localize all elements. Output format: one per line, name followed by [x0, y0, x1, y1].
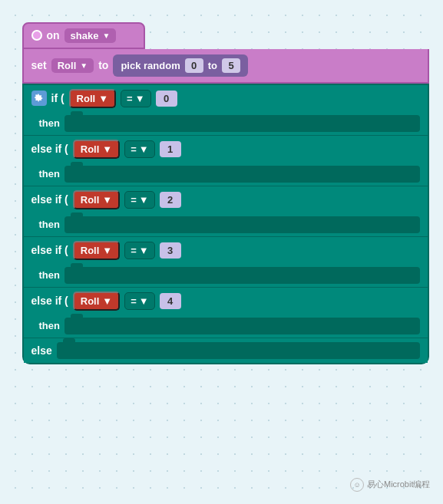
- watermark-icon-char: ☺: [353, 481, 360, 489]
- var-arrow: ▼: [80, 61, 88, 70]
- circle-icon: [31, 30, 42, 41]
- then-label-2: then: [39, 219, 60, 230]
- eq-dropdown-4[interactable]: = ▼: [124, 292, 154, 310]
- to-value[interactable]: 5: [222, 58, 240, 73]
- if-label-0: if (: [51, 92, 64, 104]
- watermark: ☺ 易心Microbit编程: [350, 478, 431, 492]
- on-shake-block[interactable]: on shake ▼: [22, 22, 145, 49]
- else-slot: [57, 342, 420, 359]
- eq-dropdown-0[interactable]: = ▼: [121, 90, 150, 107]
- roll-dropdown-0[interactable]: Roll ▼: [69, 89, 116, 108]
- else-if-row-2: else if ( Roll ▼ = ▼ 2: [24, 186, 428, 213]
- shake-dropdown[interactable]: shake ▼: [64, 28, 117, 43]
- else-if-label-1: else if (: [31, 143, 68, 155]
- roll-dropdown-4[interactable]: Roll ▼: [73, 292, 120, 311]
- set-roll-block: set Roll ▼ to pick random 0 to 5: [22, 49, 429, 84]
- shake-label: shake: [71, 30, 99, 41]
- roll-dropdown-1[interactable]: Roll ▼: [73, 140, 120, 159]
- then-row-4: then: [24, 315, 428, 338]
- cond-value-4[interactable]: 4: [160, 293, 181, 309]
- then-row-3: then: [24, 264, 428, 287]
- then-row-2: then: [24, 213, 428, 236]
- cond-value-1[interactable]: 1: [160, 141, 181, 157]
- else-if-row-1: else if ( Roll ▼ = ▼ 1: [24, 135, 428, 163]
- shake-arrow: ▼: [102, 31, 110, 40]
- then-label-0: then: [39, 117, 60, 129]
- blocks-container: on shake ▼ set Roll ▼ to pick random 0 t…: [22, 22, 429, 364]
- then-label-1: then: [39, 168, 60, 180]
- then-row-0: then: [24, 112, 428, 135]
- set-label: set: [31, 59, 47, 71]
- eq-dropdown-1[interactable]: = ▼: [124, 140, 154, 158]
- roll-dropdown-3[interactable]: Roll ▼: [73, 241, 120, 260]
- then-slot-0: [64, 115, 420, 132]
- else-row: else: [24, 338, 428, 363]
- canvas: on shake ▼ set Roll ▼ to pick random 0 t…: [7, 7, 437, 498]
- else-if-row-3: else if ( Roll ▼ = ▼ 3: [24, 236, 428, 264]
- roll-var-dropdown-set[interactable]: Roll ▼: [51, 58, 94, 73]
- pick-label: pick random: [121, 60, 180, 71]
- to-keyword: to: [208, 60, 217, 71]
- else-if-row-4: else if ( Roll ▼ = ▼ 4: [24, 287, 428, 315]
- watermark-icon: ☺: [350, 478, 364, 492]
- then-row-1: then: [24, 163, 428, 186]
- roll-dropdown-2[interactable]: Roll ▼: [73, 190, 120, 209]
- then-label-3: then: [39, 269, 60, 281]
- else-if-label-4: else if (: [31, 295, 68, 307]
- on-label: on: [47, 29, 60, 41]
- then-slot-2: [64, 216, 420, 233]
- if-row-0: if ( Roll ▼ = ▼ 0: [24, 85, 428, 112]
- pick-random-block: pick random 0 to 5: [113, 54, 248, 77]
- cond-value-2[interactable]: 2: [160, 192, 181, 208]
- to-label: to: [98, 59, 108, 71]
- then-slot-3: [64, 267, 420, 284]
- then-label-4: then: [39, 320, 60, 331]
- var-name-label: Roll: [58, 60, 77, 71]
- eq-dropdown-3[interactable]: = ▼: [124, 242, 154, 259]
- then-slot-1: [64, 166, 420, 183]
- then-slot-4: [64, 318, 420, 334]
- cond-value-3[interactable]: 3: [160, 242, 181, 259]
- else-if-label-2: else if (: [31, 193, 68, 206]
- cond-value-0[interactable]: 0: [156, 91, 177, 107]
- gear-icon[interactable]: [31, 91, 47, 106]
- else-if-label-3: else if (: [31, 244, 68, 256]
- else-label: else: [31, 344, 52, 357]
- watermark-text: 易心Microbit编程: [367, 479, 431, 490]
- from-value[interactable]: 0: [185, 58, 203, 73]
- eq-dropdown-2[interactable]: = ▼: [124, 191, 154, 209]
- if-else-wrapper: if ( Roll ▼ = ▼ 0 then else if ( Roll ▼: [22, 84, 429, 364]
